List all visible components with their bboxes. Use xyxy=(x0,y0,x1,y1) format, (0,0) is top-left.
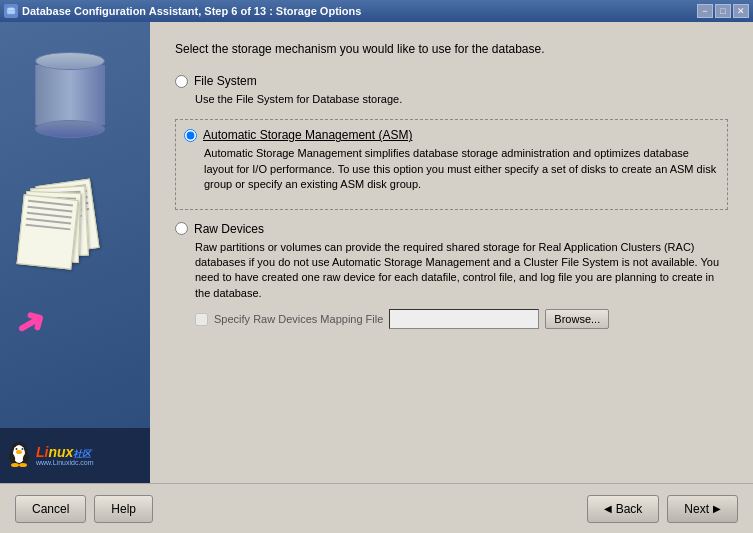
filesystem-label: File System xyxy=(194,74,257,88)
next-button[interactable]: Next ▶ xyxy=(667,495,738,523)
brand-url: www.Linuxidc.com xyxy=(36,459,94,466)
option-raw: Raw Devices Raw partitions or volumes ca… xyxy=(175,222,728,330)
penguin-icon xyxy=(8,440,30,471)
svg-point-6 xyxy=(16,448,18,450)
cancel-button[interactable]: Cancel xyxy=(15,495,86,523)
filesystem-description: Use the File System for Database storage… xyxy=(195,92,728,107)
raw-mapping-input[interactable] xyxy=(389,309,539,329)
asm-radio-label[interactable]: Automatic Storage Management (ASM) xyxy=(184,128,719,142)
filesystem-radio[interactable] xyxy=(175,75,188,88)
arrow-icon: ➜ xyxy=(7,297,54,348)
right-content: Select the storage mechanism you would l… xyxy=(150,22,753,483)
bottom-left-buttons: Cancel Help xyxy=(15,495,153,523)
asm-radio[interactable] xyxy=(184,129,197,142)
raw-label: Raw Devices xyxy=(194,222,264,236)
option-filesystem: File System Use the File System for Data… xyxy=(175,74,728,107)
database-icon xyxy=(35,52,105,138)
raw-mapping-checkbox[interactable] xyxy=(195,313,208,326)
raw-mapping-row: Specify Raw Devices Mapping File Browse.… xyxy=(195,309,728,329)
intro-text: Select the storage mechanism you would l… xyxy=(175,42,728,56)
svg-point-8 xyxy=(16,450,22,454)
option-asm: Automatic Storage Management (ASM) Autom… xyxy=(175,119,728,209)
illustration-area: ➜ xyxy=(0,22,150,483)
asm-description: Automatic Storage Management simplifies … xyxy=(204,146,719,192)
asm-label: Automatic Storage Management (ASM) xyxy=(203,128,412,142)
brand-text: Linux社区 www.Linuxidc.com xyxy=(36,445,94,466)
watermark-area: Linux社区 www.Linuxidc.com xyxy=(0,428,150,483)
title-bar: Database Configuration Assistant, Step 6… xyxy=(0,0,753,22)
back-label: Back xyxy=(616,502,643,516)
svg-point-12 xyxy=(19,463,27,467)
brand-li: Li xyxy=(36,444,48,460)
svg-point-11 xyxy=(11,463,19,467)
brand-suffix: 社区 xyxy=(73,449,91,459)
next-arrow-icon: ▶ xyxy=(713,503,721,514)
raw-radio-label[interactable]: Raw Devices xyxy=(175,222,728,236)
main-window: ➜ xyxy=(0,22,753,533)
svg-point-1 xyxy=(7,8,15,11)
title-bar-left: Database Configuration Assistant, Step 6… xyxy=(4,4,361,18)
help-button[interactable]: Help xyxy=(94,495,153,523)
window-title: Database Configuration Assistant, Step 6… xyxy=(22,5,361,17)
bottom-right-buttons: ◀ Back Next ▶ xyxy=(587,495,738,523)
filesystem-radio-label[interactable]: File System xyxy=(175,74,728,88)
content-area: ➜ xyxy=(0,22,753,483)
minimize-button[interactable]: − xyxy=(697,4,713,18)
browse-button[interactable]: Browse... xyxy=(545,309,609,329)
raw-mapping-label: Specify Raw Devices Mapping File xyxy=(214,313,383,325)
raw-radio[interactable] xyxy=(175,222,188,235)
left-panel: ➜ xyxy=(0,22,150,483)
close-button[interactable]: ✕ xyxy=(733,4,749,18)
brand-nux: nux xyxy=(48,444,73,460)
raw-description: Raw partitions or volumes can provide th… xyxy=(195,240,728,302)
maximize-button[interactable]: □ xyxy=(715,4,731,18)
back-arrow-icon: ◀ xyxy=(604,503,612,514)
bottom-bar: Cancel Help ◀ Back Next ▶ xyxy=(0,483,753,533)
window-controls: − □ ✕ xyxy=(697,4,749,18)
svg-point-7 xyxy=(22,448,24,450)
app-icon xyxy=(4,4,18,18)
next-label: Next xyxy=(684,502,709,516)
back-button[interactable]: ◀ Back xyxy=(587,495,660,523)
